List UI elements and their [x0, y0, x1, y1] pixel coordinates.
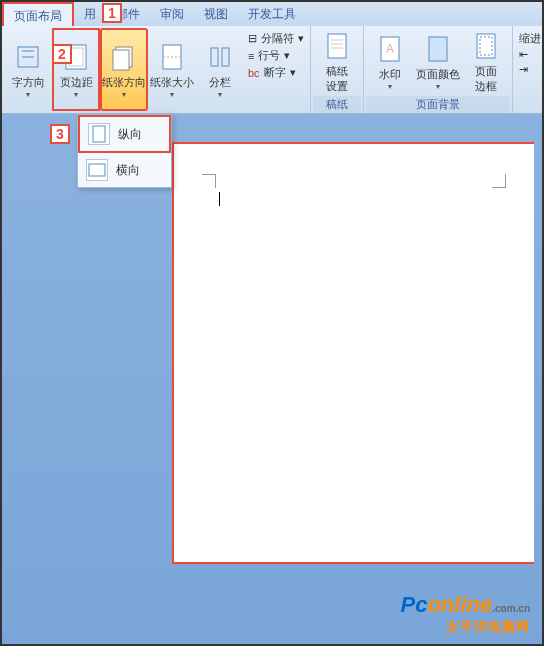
columns-icon	[204, 41, 236, 73]
landscape-icon	[86, 159, 108, 181]
svg-rect-21	[89, 164, 105, 176]
callout-marker-3: 3	[50, 124, 70, 144]
group-page-background: A 水印▾ 页面颜色▾ 页面 边框 页面背景	[364, 26, 513, 113]
indent-right-button[interactable]: ⇥	[519, 62, 541, 77]
paper-setup-button[interactable]: 稿纸 设置	[313, 28, 361, 96]
page-color-button[interactable]: 页面颜色▾	[414, 28, 462, 96]
indent-left-button[interactable]: ⇤	[519, 47, 541, 62]
svg-rect-11	[328, 34, 346, 58]
tab-dev[interactable]: 开发工具	[238, 2, 306, 26]
watermark-icon: A	[374, 33, 406, 65]
orientation-label: 纸张方向	[102, 75, 146, 90]
margins-label: 页边距	[60, 75, 93, 90]
orientation-icon	[108, 41, 140, 73]
text-direction-icon	[12, 41, 44, 73]
breaks-list: ⊟分隔符▾ ≡行号▾ bc断字▾	[244, 28, 308, 111]
size-icon	[156, 41, 188, 73]
hyphenation-button[interactable]: bc断字▾	[248, 64, 304, 81]
paper-setup-label: 稿纸 设置	[326, 64, 348, 94]
columns-button[interactable]: 分栏▾	[196, 28, 244, 111]
portrait-icon	[88, 123, 110, 145]
svg-rect-9	[211, 48, 218, 66]
watermark-button[interactable]: A 水印▾	[366, 28, 414, 96]
page-border-label: 页面 边框	[475, 64, 497, 94]
page-corner-mark-right	[492, 174, 506, 188]
ribbon-tabs: 页面布局 用 邮件 审阅 视图 开发工具	[2, 2, 542, 26]
watermark-label: 水印	[379, 67, 401, 82]
tab-page-layout[interactable]: 页面布局	[2, 2, 74, 26]
svg-rect-17	[429, 37, 447, 61]
orientation-dropdown: 3 纵向 横向	[77, 114, 172, 188]
group-pagebg-label: 页面背景	[366, 96, 510, 113]
callout-marker-2: 2	[52, 44, 72, 64]
callout-marker-1: 1	[102, 3, 122, 23]
page-corner-mark-left	[202, 174, 216, 188]
pconline-subtitle: 太平洋电脑网	[401, 618, 531, 636]
page-color-label: 页面颜色	[416, 67, 460, 82]
landscape-label: 横向	[116, 162, 140, 179]
tab-review[interactable]: 审阅	[150, 2, 194, 26]
group-paper-label: 稿纸	[313, 96, 361, 113]
orientation-landscape-option[interactable]: 横向	[78, 153, 171, 187]
text-direction-button[interactable]: 字方向▾	[4, 28, 52, 111]
page-border-icon	[470, 30, 502, 62]
breaks-button[interactable]: ⊟分隔符▾	[248, 30, 304, 47]
group-page-setup: 字方向▾ 2 页边距▾ 纸张方向▾ 纸张大小▾ 分栏▾ ⊟分隔符▾ ≡行号▾	[2, 26, 311, 113]
svg-rect-6	[113, 50, 129, 70]
tab-view[interactable]: 视图	[194, 2, 238, 26]
page-color-icon	[422, 33, 454, 65]
text-direction-label: 字方向	[12, 75, 45, 90]
orientation-button[interactable]: 纸张方向▾	[100, 28, 148, 111]
svg-rect-20	[93, 126, 105, 142]
columns-label: 分栏	[209, 75, 231, 90]
orientation-portrait-option[interactable]: 3 纵向	[78, 115, 171, 153]
svg-rect-10	[222, 48, 229, 66]
group-paper: 稿纸 设置 稿纸	[311, 26, 364, 113]
ribbon: 字方向▾ 2 页边距▾ 纸张方向▾ 纸张大小▾ 分栏▾ ⊟分隔符▾ ≡行号▾	[2, 26, 542, 114]
portrait-label: 纵向	[118, 126, 142, 143]
indent-label: 缩进	[519, 30, 541, 47]
size-button[interactable]: 纸张大小▾	[148, 28, 196, 111]
text-cursor	[219, 192, 220, 206]
source-watermark: Pconline.com.cn 太平洋电脑网	[401, 592, 531, 636]
page-border-button[interactable]: 页面 边框	[462, 28, 510, 96]
margins-button[interactable]: 2 页边距▾	[52, 28, 100, 111]
pconline-logo: Pconline.com.cn	[401, 592, 531, 618]
document-page[interactable]	[172, 142, 534, 564]
size-label: 纸张大小	[150, 75, 194, 90]
line-numbers-button[interactable]: ≡行号▾	[248, 47, 304, 64]
paper-setup-icon	[321, 30, 353, 62]
group-paragraph: 缩进 ⇤ ⇥	[513, 26, 544, 113]
svg-text:A: A	[386, 42, 394, 56]
